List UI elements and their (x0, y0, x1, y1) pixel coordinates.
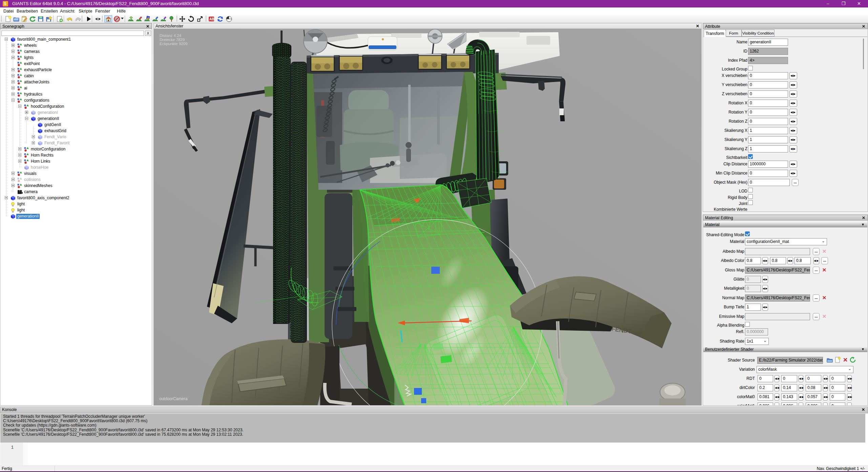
svg-text:Distanz 4.24: Distanz 4.24 (160, 34, 182, 38)
svg-text:AB: AB (209, 17, 214, 21)
svg-text:outdoorCamera: outdoorCamera (159, 396, 188, 401)
svg-text:Dreiecke 7829: Dreiecke 7829 (160, 38, 185, 42)
svg-text:Eckpunkte 9209: Eckpunkte 9209 (160, 42, 187, 46)
